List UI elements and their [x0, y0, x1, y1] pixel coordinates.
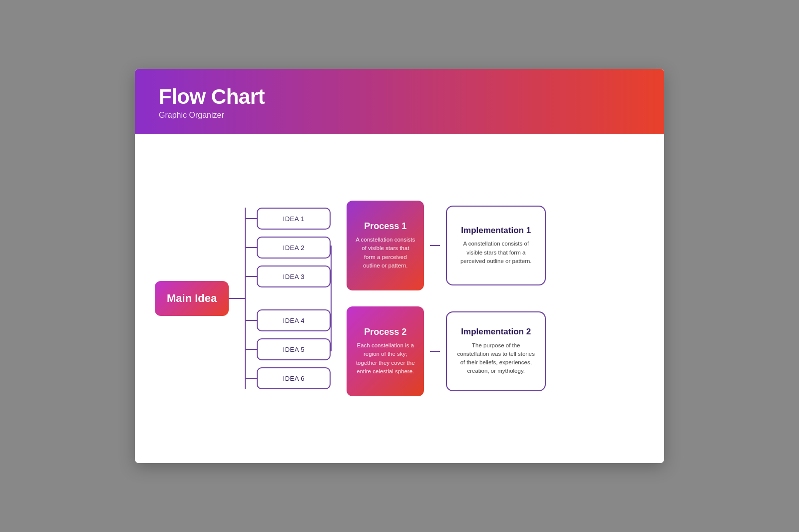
- ideas-list: IDEA 1 IDEA 2 IDEA 3: [245, 208, 331, 389]
- idea-row-5: IDEA 5: [245, 338, 331, 360]
- h-branch-2: [245, 247, 257, 248]
- page-title: Flow Chart: [159, 85, 640, 109]
- process-1-desc: A constellation consists of visible star…: [356, 236, 415, 270]
- idea-row-2: IDEA 2: [245, 237, 331, 259]
- impl-1-title: Implementation 1: [461, 226, 531, 236]
- impl-2-title: Implementation 2: [461, 327, 531, 337]
- header: Flow Chart Graphic Organizer: [135, 69, 664, 134]
- process-box-1: Process 1 A constellation consists of vi…: [347, 201, 424, 290]
- impl-box-2: Implementation 2 The purpose of the cons…: [446, 311, 546, 391]
- process-2-desc: Each constellation is a region of the sk…: [356, 341, 415, 376]
- process-impl-row-2: Process 2 Each constellation is a region…: [331, 306, 644, 396]
- flowchart-diagram: Main Idea IDEA 1: [155, 201, 644, 396]
- idea-row-4: IDEA 4: [245, 309, 331, 331]
- idea-box-6: IDEA 6: [257, 367, 331, 389]
- process-1-title: Process 1: [364, 221, 406, 232]
- idea-row-6: IDEA 6: [245, 367, 331, 389]
- vertical-bracket-right: [331, 246, 332, 351]
- ideas-section: IDEA 1 IDEA 2 IDEA 3: [245, 208, 331, 389]
- idea-box-2: IDEA 2: [257, 237, 331, 259]
- h-branch-1: [245, 218, 257, 219]
- main-idea-label: Main Idea: [167, 292, 217, 305]
- impl-2-desc: The purpose of the constellation was to …: [456, 341, 536, 376]
- idea-group-2: IDEA 4 IDEA 5 IDEA 6: [245, 309, 331, 389]
- h-branch-3: [245, 276, 257, 277]
- h-connector-impl-2: [430, 351, 440, 352]
- idea-box-5: IDEA 5: [257, 338, 331, 360]
- h-branch-5: [245, 349, 257, 350]
- process-box-2: Process 2 Each constellation is a region…: [347, 306, 424, 396]
- impl-box-1: Implementation 1 A constellation consist…: [446, 206, 546, 285]
- idea-row-3: IDEA 3: [245, 266, 331, 287]
- idea-box-3: IDEA 3: [257, 266, 331, 287]
- page-subtitle: Graphic Organizer: [159, 111, 640, 120]
- idea-row-1: IDEA 1: [245, 208, 331, 230]
- h-connector-impl-1: [430, 245, 440, 246]
- h-branch-4: [245, 320, 257, 321]
- process-impl-section: Process 1 A constellation consists of vi…: [331, 201, 644, 396]
- main-idea-box: Main Idea: [155, 281, 229, 316]
- right-side: Process 1 A constellation consists of vi…: [331, 201, 644, 396]
- idea-box-1: IDEA 1: [257, 208, 331, 230]
- h-connector-main: [229, 298, 245, 299]
- slide: Flow Chart Graphic Organizer Main Idea: [135, 69, 664, 463]
- process-impl-row-1: Process 1 A constellation consists of vi…: [331, 201, 644, 290]
- idea-box-4: IDEA 4: [257, 309, 331, 331]
- content-area: Main Idea IDEA 1: [135, 134, 664, 463]
- h-branch-6: [245, 378, 257, 379]
- group-spacer: [245, 294, 331, 302]
- impl-1-desc: A constellation consists of visible star…: [456, 240, 536, 266]
- idea-group-1: IDEA 1 IDEA 2 IDEA 3: [245, 208, 331, 287]
- process-2-title: Process 2: [364, 327, 406, 337]
